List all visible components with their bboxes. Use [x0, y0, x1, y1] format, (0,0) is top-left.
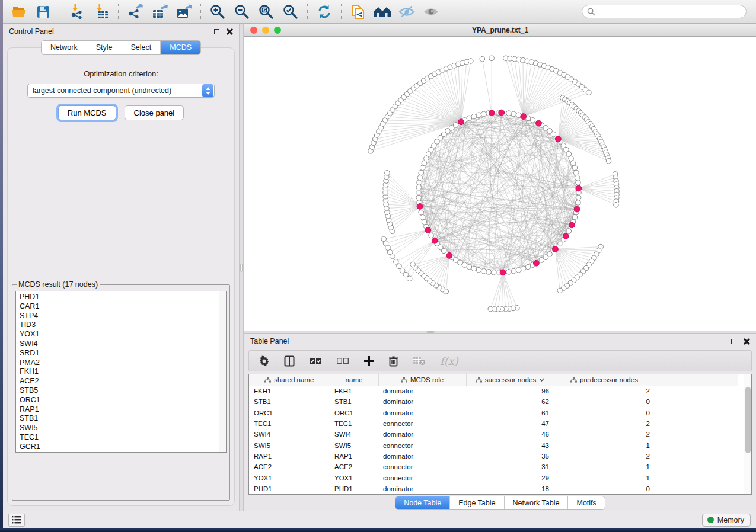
graph-leaf-node[interactable] — [489, 56, 495, 61]
zoom-selected-icon[interactable] — [280, 2, 301, 21]
graph-node[interactable] — [576, 180, 581, 185]
tab-mcds[interactable]: MCDS — [161, 41, 200, 54]
table-row[interactable]: PHD1PHD1dominator180 — [249, 483, 738, 494]
graph-dominator-node[interactable] — [536, 120, 542, 126]
graph-leaf-node[interactable] — [586, 90, 592, 95]
graph-node[interactable] — [530, 118, 535, 123]
mcds-result-item[interactable]: STB1 — [20, 414, 226, 424]
mcds-result-item[interactable]: YOX1 — [20, 330, 226, 339]
graph-dominator-node[interactable] — [489, 110, 495, 116]
splitter-grip[interactable] — [240, 264, 243, 272]
graph-node[interactable] — [576, 200, 581, 206]
show-all-networks-icon[interactable] — [372, 2, 393, 21]
graph-node[interactable] — [420, 214, 425, 220]
graph-node[interactable] — [471, 266, 477, 271]
mcds-result-item[interactable]: SWI5 — [20, 424, 226, 433]
graph-node[interactable] — [476, 267, 481, 273]
graph-node[interactable] — [419, 210, 424, 215]
network-window-titlebar[interactable]: YPA_prune.txt_1 — [244, 24, 756, 37]
graph-leaf-node[interactable] — [480, 56, 485, 62]
graph-leaf-node[interactable] — [400, 268, 405, 273]
table-scrollbar-thumb[interactable] — [745, 387, 751, 453]
graph-node[interactable] — [467, 116, 472, 121]
graph-leaf-node[interactable] — [407, 276, 412, 281]
hide-panels-icon[interactable] — [397, 2, 417, 21]
graph-node[interactable] — [525, 264, 531, 270]
close-panel-icon[interactable] — [744, 338, 750, 345]
show-panels-icon[interactable] — [421, 2, 441, 21]
graph-leaf-node[interactable] — [403, 272, 409, 277]
mcds-result-item[interactable]: TEC1 — [20, 433, 226, 443]
graph-node[interactable] — [558, 241, 563, 246]
mcds-result-item[interactable]: ACE2 — [20, 377, 226, 386]
duplicate-network-icon[interactable] — [348, 2, 368, 21]
graph-node[interactable] — [453, 123, 458, 128]
memory-button[interactable]: Memory — [702, 514, 751, 527]
mcds-result-item[interactable]: CAR1 — [20, 302, 226, 312]
delete-column-icon[interactable] — [388, 355, 398, 367]
graph-node[interactable] — [481, 268, 486, 274]
graph-node[interactable] — [476, 113, 481, 118]
graph-node[interactable] — [570, 161, 576, 166]
graph-node[interactable] — [506, 270, 512, 275]
graph-node[interactable] — [422, 219, 427, 225]
column-header-name[interactable]: name — [330, 374, 378, 386]
mcds-result-item[interactable]: GCR1 — [20, 443, 226, 452]
graph-node[interactable] — [481, 111, 486, 117]
graph-leaf-node[interactable] — [606, 159, 611, 164]
graph-node[interactable] — [575, 175, 580, 180]
zoom-fit-icon[interactable] — [256, 2, 276, 21]
graph-node[interactable] — [516, 267, 521, 273]
minimize-window-icon[interactable] — [262, 27, 269, 34]
graph-node[interactable] — [572, 214, 578, 220]
zoom-in-icon[interactable] — [208, 2, 228, 21]
graph-dominator-node[interactable] — [446, 252, 452, 258]
table-row[interactable]: ACE2ACE2connector311 — [249, 462, 738, 472]
graph-dominator-node[interactable] — [574, 206, 580, 212]
graph-dominator-node[interactable] — [500, 270, 506, 275]
graph-node[interactable] — [471, 114, 477, 119]
tab-network[interactable]: Network — [42, 41, 87, 54]
graph-node[interactable] — [417, 180, 422, 185]
graph-leaf-node[interactable] — [557, 288, 563, 293]
mcds-result-item[interactable]: SRD1 — [20, 349, 226, 358]
open-file-icon[interactable] — [9, 2, 29, 21]
column-header-mcds-role[interactable]: MCDS role — [378, 374, 466, 386]
tab-node-table[interactable]: Node Table — [395, 496, 450, 509]
graph-leaf-node[interactable] — [381, 236, 387, 242]
tab-edge-table[interactable]: Edge Table — [450, 496, 504, 509]
mcds-result-item[interactable]: ORC1 — [20, 396, 226, 405]
graph-node[interactable] — [572, 165, 578, 171]
tab-motifs[interactable]: Motifs — [568, 496, 604, 509]
graph-node[interactable] — [429, 233, 434, 238]
graph-node[interactable] — [486, 270, 492, 275]
table-row[interactable]: FKH1FKH1dominator962 — [249, 386, 738, 396]
graph-node[interactable] — [420, 165, 425, 171]
float-panel-icon[interactable] — [731, 339, 736, 344]
mcds-result-item[interactable]: SWI4 — [20, 339, 226, 349]
graph-node[interactable] — [511, 111, 516, 117]
delete-table-icon[interactable] — [413, 356, 426, 366]
graph-node[interactable] — [511, 268, 516, 274]
tab-style[interactable]: Style — [87, 41, 122, 54]
close-window-icon[interactable] — [250, 27, 257, 34]
export-image-icon[interactable] — [174, 2, 194, 21]
graph-dominator-node[interactable] — [533, 260, 539, 266]
tab-network-table[interactable]: Network Table — [505, 496, 569, 509]
export-table-icon[interactable] — [149, 2, 170, 21]
graph-dominator-node[interactable] — [417, 204, 423, 210]
graph-node[interactable] — [416, 190, 422, 196]
graph-node[interactable] — [521, 266, 526, 271]
mcds-result-item[interactable]: STP4 — [20, 312, 226, 321]
network-graph[interactable] — [244, 37, 756, 331]
column-header-shared-name[interactable]: shared name — [249, 374, 330, 386]
network-canvas[interactable] — [244, 37, 756, 331]
horizontal-splitter[interactable] — [244, 331, 756, 334]
graph-dominator-node[interactable] — [432, 238, 438, 243]
maximize-window-icon[interactable] — [274, 27, 281, 34]
mcds-result-item[interactable]: STB5 — [20, 386, 226, 396]
graph-dominator-node[interactable] — [569, 222, 575, 228]
graph-node[interactable] — [419, 170, 424, 175]
graph-leaf-node[interactable] — [614, 203, 619, 208]
refresh-view-icon[interactable] — [314, 2, 334, 21]
